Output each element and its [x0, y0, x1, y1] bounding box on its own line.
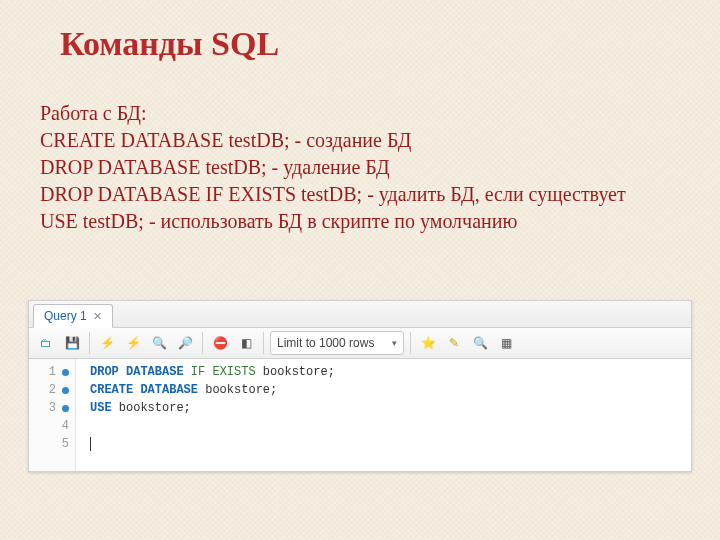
toolbar-divider: [89, 332, 90, 354]
code-line: [90, 417, 677, 435]
slide-body: Работа с БД: CREATE DATABASE testDB; - с…: [40, 100, 680, 235]
code-line: CREATE DATABASE bookstore;: [90, 381, 677, 399]
stop-icon[interactable]: ⛔: [209, 332, 231, 354]
limit-rows-label: Limit to 1000 rows: [277, 336, 374, 350]
open-file-icon[interactable]: 🗀: [35, 332, 57, 354]
gutter-row: 4: [29, 417, 75, 435]
code-line: DROP DATABASE IF EXISTS bookstore;: [90, 363, 677, 381]
toggle-icon[interactable]: ◧: [235, 332, 257, 354]
execute-step-icon[interactable]: ⚡: [122, 332, 144, 354]
breakpoint-dot[interactable]: [62, 369, 69, 376]
code-line: USE bookstore;: [90, 399, 677, 417]
tab-query-1[interactable]: Query 1 ✕: [33, 304, 113, 328]
breakpoint-dot[interactable]: [62, 387, 69, 394]
text-cursor: [90, 437, 91, 451]
explain-icon[interactable]: 🔍: [148, 332, 170, 354]
slide: Команды SQL Работа с БД: CREATE DATABASE…: [0, 0, 720, 540]
body-line-3: DROP DATABASE IF EXISTS testDB; - удалит…: [40, 181, 680, 208]
beautify-icon[interactable]: ✎: [443, 332, 465, 354]
gutter-row: 2: [29, 381, 75, 399]
body-line-2: DROP DATABASE testDB; - удаление БД: [40, 154, 680, 181]
tab-label: Query 1: [44, 309, 87, 323]
toolbar-divider: [263, 332, 264, 354]
code-area: 1 2 3 4 5 DROP DATABASE IF EXISTS bookst…: [29, 359, 691, 472]
favorite-icon[interactable]: ⭐: [417, 332, 439, 354]
find-icon[interactable]: 🔍: [469, 332, 491, 354]
toolbar: 🗀 💾 ⚡ ⚡ 🔍 🔎 ⛔ ◧ Limit to 1000 rows ▾ ⭐ ✎…: [29, 328, 691, 359]
gutter-row: 1: [29, 363, 75, 381]
line-gutter: 1 2 3 4 5: [29, 359, 76, 472]
sql-editor: Query 1 ✕ 🗀 💾 ⚡ ⚡ 🔍 🔎 ⛔ ◧ Limit to 1000 …: [28, 300, 692, 472]
body-line-1: CREATE DATABASE testDB; - создание БД: [40, 127, 680, 154]
gutter-row: 3: [29, 399, 75, 417]
toolbar-divider: [202, 332, 203, 354]
code-body[interactable]: DROP DATABASE IF EXISTS bookstore;CREATE…: [76, 359, 691, 472]
save-icon[interactable]: 💾: [61, 332, 83, 354]
breakpoint-dot[interactable]: [62, 405, 69, 412]
toolbar-divider: [410, 332, 411, 354]
slide-title: Команды SQL: [60, 25, 279, 63]
gutter-row: 5: [29, 435, 75, 453]
code-line: [90, 435, 677, 453]
tab-bar: Query 1 ✕: [29, 301, 691, 328]
limit-rows-dropdown[interactable]: Limit to 1000 rows ▾: [270, 331, 404, 355]
body-heading: Работа с БД:: [40, 100, 680, 127]
explain-plan-icon[interactable]: 🔎: [174, 332, 196, 354]
execute-icon[interactable]: ⚡: [96, 332, 118, 354]
close-icon[interactable]: ✕: [93, 310, 102, 323]
snippets-icon[interactable]: ▦: [495, 332, 517, 354]
chevron-down-icon: ▾: [392, 338, 397, 348]
body-line-4: USE testDB; - использовать БД в скрипте …: [40, 208, 680, 235]
